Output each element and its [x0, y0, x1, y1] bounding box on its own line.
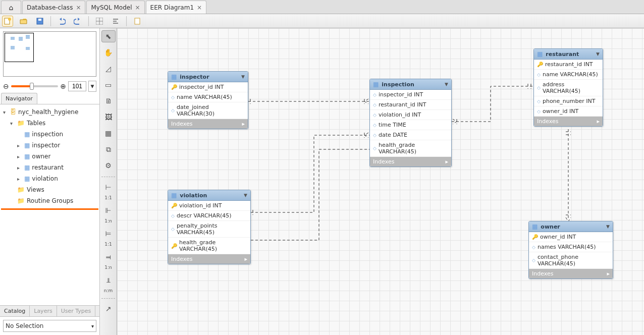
entity-footer[interactable]: Indexes▸	[534, 117, 603, 126]
table-node-inspection[interactable]: ▦ inspection	[1, 129, 98, 140]
entity-restaurant[interactable]: ▦ restaurant ▼ 🔑restaurant_id INT ◇name …	[533, 48, 603, 127]
entity-footer[interactable]: Indexes▸	[529, 269, 613, 278]
rel-place-tool[interactable]: ↗	[101, 303, 116, 315]
entity-column[interactable]: 🔑restaurant_id INT	[534, 60, 603, 70]
entity-column[interactable]: ◇date DATE	[370, 130, 451, 140]
layer-tool[interactable]: ▭	[101, 79, 116, 91]
entity-column[interactable]: ◇health_grade VARCHAR(45)	[370, 140, 451, 157]
pointer-icon: ⬉	[105, 32, 112, 40]
entity-column[interactable]: ◇penalty_points VARCHAR(45)	[168, 221, 250, 238]
rel-11-nonid-tool[interactable]: ⊢	[101, 181, 116, 193]
rel-1n-nonid-tool[interactable]: ⊩	[101, 204, 116, 216]
zoom-input[interactable]	[68, 81, 86, 91]
selection-dropdown[interactable]: No Selection ▾	[3, 320, 96, 332]
entity-column[interactable]: ◇contact_phone VARCHAR(45)	[529, 252, 613, 269]
entity-owner[interactable]: ▦ owner ▼ 🔑owner_id INT ◇names VARCHAR(4…	[528, 221, 613, 279]
entity-inspector[interactable]: ▦ inspector ▼ 🔑inspector_id INT ◇name VA…	[168, 71, 248, 129]
close-icon[interactable]: ×	[135, 4, 140, 11]
zoom-out-icon[interactable]: ⊖	[3, 82, 9, 90]
rel-nm-tool[interactable]: ⫫	[101, 274, 116, 286]
entity-column[interactable]: ◇address VARCHAR(45)	[534, 80, 603, 96]
entity-footer[interactable]: Indexes▸	[168, 119, 248, 129]
save-button[interactable]	[34, 16, 45, 27]
rel-11-id-tool[interactable]: ⊨	[101, 228, 116, 240]
entity-header[interactable]: ▦ violation ▼	[168, 190, 250, 201]
chevron-down-icon[interactable]: ▼	[244, 193, 247, 198]
tab-mysql-model[interactable]: MySQL Model ×	[86, 1, 144, 14]
entity-header[interactable]: ▦ inspection ▼	[370, 79, 451, 90]
folder-icon: 📁	[17, 120, 25, 127]
arrow-icon: ▸	[17, 165, 22, 171]
entity-footer[interactable]: Indexes▸	[370, 157, 451, 166]
catalog-tab[interactable]: Catalog	[0, 306, 30, 316]
entity-header[interactable]: ▦ restaurant ▼	[534, 49, 603, 60]
zoom-slider-thumb[interactable]	[30, 83, 34, 90]
entity-header[interactable]: ▦ owner ▼	[529, 221, 613, 232]
chevron-down-icon[interactable]: ▼	[596, 51, 600, 57]
entity-column[interactable]: 🔑owner_id INT	[529, 232, 613, 242]
entity-column[interactable]: 🔑inspector_id INT	[168, 82, 248, 92]
table-node-owner[interactable]: ▸ ▦ owner	[1, 151, 98, 162]
entity-column[interactable]: ◇violation_id INT	[370, 110, 451, 120]
entity-column[interactable]: ◇name VARCHAR(45)	[168, 92, 248, 102]
close-icon[interactable]: ×	[197, 4, 202, 11]
entity-header[interactable]: ▦ inspector ▼	[168, 72, 248, 82]
zoom-slider[interactable]	[11, 85, 59, 87]
diagram-canvas[interactable]: ▦ inspector ▼ 🔑inspector_id INT ◇name VA…	[117, 28, 644, 335]
entity-column[interactable]: ◇restaurant_id INT	[370, 100, 451, 110]
entity-column[interactable]: ◇time TIME	[370, 120, 451, 130]
table-tool[interactable]: ▦	[101, 127, 116, 139]
tab-eer-diagram[interactable]: EER Diagram1 ×	[146, 1, 207, 14]
entity-column[interactable]: ◇names VARCHAR(45)	[529, 242, 613, 252]
align-button[interactable]	[110, 16, 121, 27]
schema-tree[interactable]: ▾ 🗄 nyc_health_hygiene ▾ 📁 Tables ▦ insp…	[0, 104, 99, 305]
entity-column[interactable]: 🔑health_grade VARCHAR(45)	[168, 238, 250, 254]
schema-node[interactable]: ▾ 🗄 nyc_health_hygiene	[1, 106, 98, 118]
tab-database-class[interactable]: Database-class ×	[22, 1, 85, 14]
entity-inspection[interactable]: ▦ inspection ▼ ◇inspector_id INT ◇restau…	[369, 79, 452, 167]
user-types-tab[interactable]: User Types	[57, 306, 96, 316]
rel-1n-id-tool[interactable]: ⫤	[101, 251, 116, 263]
entity-column[interactable]: 🔑violation_id INT	[168, 201, 250, 211]
pointer-tool[interactable]: ⬉	[101, 30, 116, 42]
table-node-violation[interactable]: ▸ ▦ violation	[1, 173, 98, 184]
navigator-tab[interactable]: Navigator	[1, 93, 37, 104]
view-tool[interactable]: ⧉	[101, 143, 116, 155]
entity-column[interactable]: ◇name VARCHAR(45)	[534, 70, 603, 80]
routine-tool[interactable]: ⚙	[101, 159, 116, 172]
note-tool[interactable]: 🗎	[101, 95, 116, 107]
entity-column[interactable]: ◇inspector_id INT	[370, 90, 451, 100]
svg-point-1	[8, 18, 11, 21]
table-node-restaurant[interactable]: ▸ ▦ restaurant	[1, 162, 98, 173]
entity-footer[interactable]: Indexes▸	[168, 254, 250, 264]
notes-button[interactable]	[132, 16, 143, 27]
undo-button[interactable]	[56, 16, 67, 27]
chevron-down-icon[interactable]: ▼	[241, 74, 245, 79]
eraser-tool[interactable]: ◿	[101, 63, 116, 75]
table-name: restaurant	[32, 164, 64, 171]
open-file-button[interactable]	[18, 16, 29, 27]
views-folder[interactable]: 📁 Views	[1, 184, 98, 195]
chevron-down-icon[interactable]: ▼	[606, 224, 610, 229]
zoom-in-icon[interactable]: ⊕	[60, 82, 66, 90]
tables-folder[interactable]: ▾ 📁 Tables	[1, 118, 98, 129]
hand-tool[interactable]: ✋	[101, 46, 116, 59]
layers-tab[interactable]: Layers	[30, 306, 57, 316]
entity-column[interactable]: ◇date_joined VARCHAR(30)	[168, 102, 248, 119]
table-node-inspector[interactable]: ▸ ▦ inspector	[1, 140, 98, 151]
home-tab[interactable]: ⌂	[1, 1, 21, 14]
new-file-button[interactable]	[2, 16, 13, 27]
image-tool[interactable]: 🖼	[101, 111, 116, 123]
chevron-down-icon[interactable]: ▼	[445, 82, 448, 87]
minimap[interactable]	[3, 31, 96, 77]
zoom-dropdown[interactable]: ▼	[88, 81, 96, 92]
entity-column[interactable]: ◇phone_number INT	[534, 96, 603, 106]
routines-folder[interactable]: 📁 Routine Groups	[1, 195, 98, 206]
entity-column[interactable]: ◇owner_id INT	[534, 106, 603, 117]
close-icon[interactable]: ×	[76, 4, 81, 11]
redo-button[interactable]	[72, 16, 83, 27]
entity-column[interactable]: ◇descr VARCHAR(45)	[168, 211, 250, 221]
entity-violation[interactable]: ▦ violation ▼ 🔑violation_id INT ◇descr V…	[168, 190, 251, 264]
grid-button[interactable]	[94, 16, 105, 27]
relation-icon: ⊢	[105, 183, 111, 191]
